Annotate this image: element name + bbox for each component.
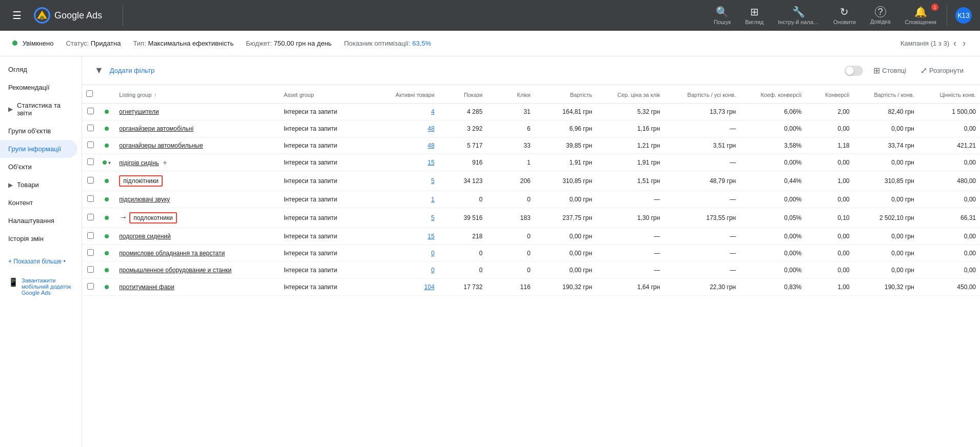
- row-checkbox[interactable]: [87, 195, 94, 202]
- row-value-conv: 0,00 грн: [854, 191, 918, 208]
- select-all-checkbox[interactable]: [86, 90, 93, 97]
- status-label: Статус:: [66, 39, 89, 47]
- tools-action[interactable]: 🔧 Інстру-й нала…: [772, 3, 825, 28]
- row-checkbox[interactable]: [87, 125, 94, 131]
- active-goods-link[interactable]: 5: [431, 177, 435, 185]
- notifications-label: Сповіщення: [905, 19, 936, 25]
- sidebar-item-goods[interactable]: ▶ Товари: [0, 176, 77, 194]
- campaign-prev-button[interactable]: ‹: [951, 36, 958, 51]
- listing-name[interactable]: подогрев сидений: [119, 233, 170, 240]
- add-listing-icon[interactable]: +: [163, 158, 167, 167]
- sidebar-item-content[interactable]: Контент: [0, 194, 77, 212]
- view-action[interactable]: ⊞ Вигляд: [739, 3, 770, 28]
- optimization-value[interactable]: 63,5%: [412, 39, 431, 47]
- listing-name[interactable]: органайзеры автомобильные: [119, 142, 203, 149]
- asset-group-label: Asset group: [284, 92, 314, 98]
- hamburger-icon[interactable]: ☰: [8, 5, 26, 26]
- type-group: Тип: Максимальна ефективність: [133, 39, 233, 47]
- active-goods-link[interactable]: 48: [427, 142, 434, 149]
- sidebar-item-info-groups[interactable]: Групи інформації: [0, 140, 77, 158]
- toggle-switch[interactable]: [845, 66, 863, 76]
- listing-name[interactable]: органайзери автомобільні: [119, 125, 193, 132]
- clicks-header[interactable]: Кліки: [486, 85, 535, 104]
- logo-text: Google Ads: [54, 10, 102, 21]
- avatar[interactable]: К13: [955, 7, 972, 24]
- conv-value-header[interactable]: Цінність конв.: [918, 85, 980, 104]
- sidebar-item-groups[interactable]: Групи об'єктів: [0, 122, 77, 140]
- budget-label: Бюджет:: [246, 39, 272, 47]
- active-goods-link[interactable]: 4: [431, 108, 435, 115]
- row-checkbox[interactable]: [87, 249, 94, 256]
- active-goods-link[interactable]: 0: [431, 250, 435, 257]
- sidebar-item-recommendations[interactable]: Рекомендації: [0, 78, 77, 96]
- active-goods-header[interactable]: Активні товари: [376, 85, 439, 104]
- top-nav: ☰ Google Ads 🔍 Пошук ⊞ Вигляд 🔧 Інстру-й…: [0, 0, 980, 31]
- listing-name[interactable]: огнетушители: [119, 108, 159, 115]
- filter-icon[interactable]: ▼: [94, 65, 104, 76]
- campaign-next-button[interactable]: ›: [961, 36, 968, 51]
- active-goods-link[interactable]: 48: [427, 125, 434, 132]
- row-conv-value: 0,00: [918, 228, 980, 245]
- help-action[interactable]: ? Довідка: [864, 3, 897, 28]
- active-goods-link[interactable]: 15: [427, 233, 434, 240]
- expand-button[interactable]: ⤢ Розгорнути: [916, 63, 968, 78]
- active-goods-link[interactable]: 0: [431, 267, 435, 274]
- conv-rate-label: Коеф. конверсії: [760, 92, 801, 98]
- listing-group-header[interactable]: Listing group ↑: [115, 85, 280, 104]
- conversions-header[interactable]: Конверсії: [806, 85, 854, 104]
- value-conv-header[interactable]: Вартість / конв.: [854, 85, 918, 104]
- conv-rate-header[interactable]: Коеф. конверсії: [740, 85, 806, 104]
- row-shows: 4 285: [439, 104, 487, 120]
- listing-name[interactable]: підігрів сидінь: [119, 159, 159, 167]
- sidebar-item-label: Товари: [17, 181, 39, 189]
- listing-name[interactable]: підсилювачі звуку: [119, 196, 170, 203]
- shows-header[interactable]: Покази: [439, 85, 487, 104]
- cost-conv-header[interactable]: Вартість / усі конв.: [664, 85, 740, 104]
- listing-name[interactable]: промислове обладнання та верстати: [119, 250, 225, 257]
- sidebar-item-objects[interactable]: Об'єкти: [0, 158, 77, 176]
- active-goods-link[interactable]: 1: [431, 196, 435, 203]
- sidebar-item-statistics[interactable]: ▶ Статистика та звіти: [0, 96, 77, 122]
- cost-header[interactable]: Вартість: [535, 85, 596, 104]
- download-app-button[interactable]: 📱 Завантажити мобільний додаток Google A…: [8, 277, 73, 296]
- row-listing-cell: підлокітники: [115, 171, 280, 191]
- show-more-button[interactable]: + Показати більше •: [0, 252, 82, 271]
- listing-name[interactable]: протитуманні фари: [119, 283, 174, 291]
- row-value-conv: 0,00 грн: [854, 154, 918, 171]
- active-goods-link[interactable]: 15: [427, 159, 434, 166]
- row-checkbox[interactable]: [87, 214, 94, 220]
- active-goods-link[interactable]: 5: [431, 214, 435, 221]
- table-wrap: Listing group ↑ Asset group Активні това…: [82, 85, 980, 296]
- dropdown-icon[interactable]: ▾: [108, 160, 111, 166]
- columns-button[interactable]: ⊞ Стовпці: [869, 63, 910, 78]
- row-conv-value: 0,00: [918, 191, 980, 208]
- listing-name[interactable]: подлокотники: [129, 212, 177, 223]
- refresh-action[interactable]: ↻ Оновити: [827, 3, 862, 28]
- row-checkbox[interactable]: [87, 283, 94, 290]
- refresh-label: Оновити: [833, 19, 856, 25]
- type-value: Максимальна ефективність: [148, 39, 233, 47]
- row-checkbox[interactable]: [87, 232, 94, 239]
- row-checkbox[interactable]: [87, 158, 94, 165]
- avg-price-header[interactable]: Сер. ціна за клік: [596, 85, 664, 104]
- row-checkbox[interactable]: [87, 141, 94, 148]
- asset-group-header[interactable]: Asset group: [280, 85, 376, 104]
- row-checkbox[interactable]: [87, 108, 94, 114]
- row-avg-price: 1,16 грн: [596, 120, 664, 137]
- tools-label: Інстру-й нала…: [778, 19, 819, 25]
- listing-name[interactable]: промышленное оборудование и станки: [119, 267, 231, 274]
- listing-name[interactable]: підлокітники: [119, 175, 163, 187]
- row-checkbox[interactable]: [87, 266, 94, 273]
- sidebar-item-overview[interactable]: Огляд: [0, 60, 77, 78]
- sidebar-item-history[interactable]: Історія змін: [0, 230, 77, 248]
- add-filter-button[interactable]: Додати фільтр: [110, 67, 154, 74]
- notifications-action[interactable]: 🔔 1 Сповіщення: [899, 3, 943, 28]
- sidebar-item-settings[interactable]: Налаштування: [0, 212, 77, 230]
- chevron-right-icon: ▶: [8, 181, 13, 189]
- table-row: підсилювачі звуку Інтереси та запити 1 0…: [82, 191, 980, 208]
- row-checkbox[interactable]: [87, 177, 94, 184]
- search-action[interactable]: 🔍 Пошук: [708, 3, 737, 28]
- active-goods-link[interactable]: 104: [424, 283, 435, 291]
- active-goods-label: Активні товари: [396, 92, 435, 98]
- row-checkbox-cell: [82, 279, 99, 296]
